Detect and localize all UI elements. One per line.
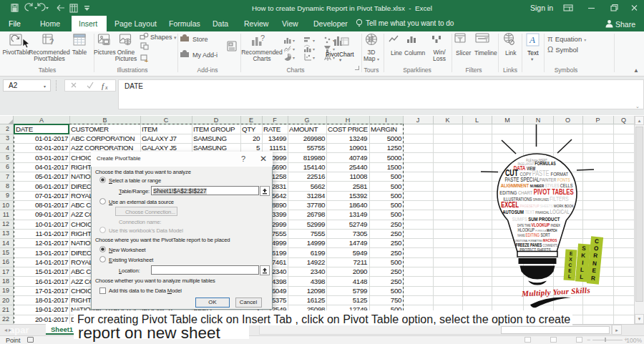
svg-text:x: x xyxy=(104,84,108,90)
svg-text:A: A xyxy=(529,34,535,45)
svg-text:?: ? xyxy=(49,37,54,46)
svg-text:?: ? xyxy=(260,34,265,42)
